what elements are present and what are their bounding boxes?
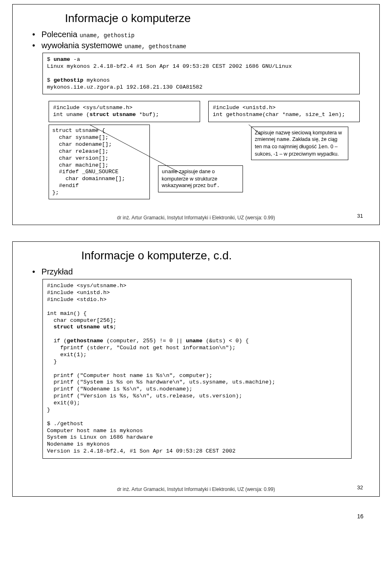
note-uname-code: uname	[162, 169, 178, 175]
note-uname-buf: buf.	[207, 183, 220, 189]
bullet-przyklad: Przykład	[32, 267, 368, 277]
shell-output-box: $ uname -a Linux mykonos 2.4.18-bf2.4 #1…	[42, 53, 360, 94]
note-code: len	[318, 144, 327, 150]
example-code-box: #include <sys/utsname.h> #include <unist…	[42, 279, 352, 459]
slide-2: Informacje o komputerze, c.d. Przykład #…	[12, 241, 380, 497]
slide-title: Informacje o komputerze	[65, 12, 368, 25]
slide-title: Informacje o komputerze, c.d.	[81, 249, 368, 262]
shell-output: $ uname -a Linux mykonos 2.4.18-bf2.4 #1…	[47, 56, 355, 91]
bullet-text: wywołania systemowe	[42, 41, 125, 50]
bullet-text: Przykład	[42, 267, 73, 276]
bullet-text: Polecenia	[42, 30, 80, 39]
bullet-wywolania: wywołania systemowe uname, gethostname	[32, 41, 368, 50]
bullet-polecenia: Polecenia uname, gethostip	[32, 30, 368, 39]
bullet-code: uname, gethostip	[80, 32, 134, 39]
slide-pagenum: 31	[357, 213, 363, 219]
slide-footer: dr inż. Artur Gramacki, Instytut Informa…	[13, 215, 379, 221]
include-unistd: #include <unistd.h> int gethostname(char…	[213, 105, 355, 118]
slide-footer: dr inż. Artur Gramacki, Instytut Informa…	[13, 486, 379, 492]
include-utsname: #include <sys/utsname.h> int uname (stru…	[53, 105, 196, 118]
include-unistd-box: #include <unistd.h> int gethostname(char…	[208, 101, 360, 122]
slide-1: Informacje o komputerze Polecenia uname,…	[12, 4, 380, 225]
struct-utsname: struct utsname { char sysname[]; char no…	[52, 127, 146, 196]
bullet-code: uname, gethostname	[125, 43, 186, 50]
example-code: #include <sys/utsname.h> #include <unist…	[47, 283, 347, 455]
document-page: Informacje o komputerze Polecenia uname,…	[0, 0, 392, 532]
slide-pagenum: 32	[357, 484, 363, 491]
struct-utsname-box: struct utsname { char sysname[]; char no…	[49, 125, 150, 199]
note-uname-box: uname zapisuje dane o komputerze w struk…	[158, 165, 243, 192]
note-gethostname-box: Zapisuje nazwę sieciową komputera w zmie…	[251, 127, 348, 160]
document-page-number: 16	[12, 513, 380, 520]
include-utsname-box: #include <sys/utsname.h> int uname (stru…	[49, 101, 200, 122]
note-code: name	[277, 136, 290, 143]
